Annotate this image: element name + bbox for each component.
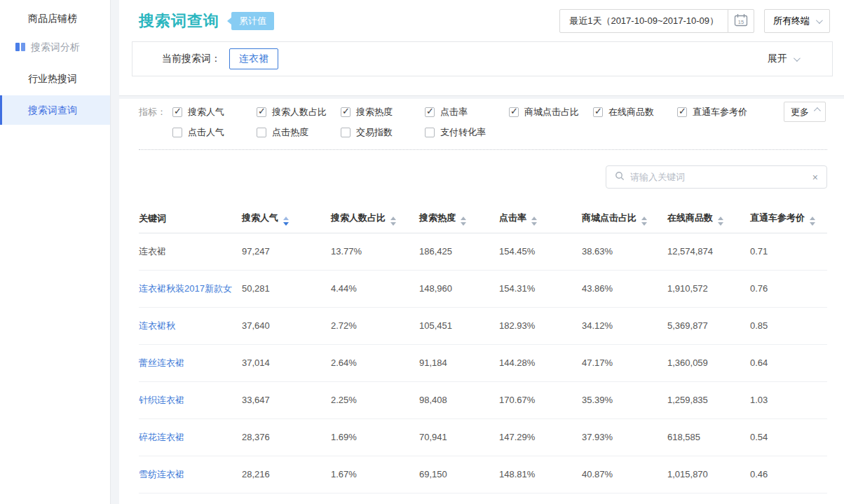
page-title: 搜索词查询 <box>139 11 219 32</box>
cell-search-popularity: 37,014 <box>242 344 331 381</box>
cell-ztc-ref-price: 0.76 <box>750 270 827 307</box>
cell-click-rate: 170.67% <box>499 381 582 418</box>
metrics-row-1: 指标： 搜索人气 搜索人数占比 搜索热度 点击率 商城点击占比 <box>139 106 827 118</box>
cell-search-popularity: 33,647 <box>242 381 331 418</box>
cell-searcher-pct: 1.69% <box>331 418 419 456</box>
metric-checkbox-click-popularity[interactable]: 点击人气 <box>172 126 257 139</box>
cell-searcher-pct: 4.44% <box>331 270 419 307</box>
cell-search-heat: 105,451 <box>419 307 499 344</box>
metric-checkbox-trade-index[interactable]: 交易指数 <box>341 126 425 139</box>
checkbox-icon <box>425 107 435 117</box>
checkbox-icon <box>509 107 519 117</box>
chevron-down-icon <box>794 55 801 62</box>
column-header-ztc-ref-price[interactable]: 直通车参考价 <box>750 205 827 233</box>
cell-mall-click-pct: 43.86% <box>582 270 667 307</box>
checkbox-icon <box>425 128 435 137</box>
column-header-online-items[interactable]: 在线商品数 <box>667 205 750 233</box>
cell-search-heat: 70,941 <box>419 418 499 456</box>
table-row: 针织连衣裙 33,647 2.25% 98,408 170.67% 35.39%… <box>139 381 827 418</box>
metric-checkbox-pay-conversion[interactable]: 支付转化率 <box>425 126 509 139</box>
sort-icon[interactable] <box>718 217 723 226</box>
cell-search-heat: 186,425 <box>419 233 499 270</box>
column-header-mall-click-pct[interactable]: 商城点击占比 <box>582 205 667 233</box>
terminal-select[interactable]: 所有终端 <box>764 9 830 33</box>
keyword-table: 关键词 搜索人气 搜索人数占比 搜索热度 点击率 商城点击占 <box>139 205 827 493</box>
sort-icon[interactable] <box>461 217 466 226</box>
keyword-link[interactable]: 连衣裙秋 <box>139 320 175 331</box>
metrics-row-2: 点击人气 点击热度 交易指数 支付转化率 <box>139 126 827 139</box>
sidebar-item-product-shop-rank[interactable]: 商品店铺榜 <box>0 4 110 32</box>
table-row: 碎花连衣裙 28,376 1.69% 70,941 147.29% 37.93%… <box>139 418 827 456</box>
metric-checkbox-search-heat[interactable]: 搜索热度 <box>341 106 425 118</box>
cell-click-rate: 154.31% <box>499 270 582 307</box>
sidebar: 商品店铺榜 搜索词分析 行业热搜词 搜索词查询 <box>0 0 111 504</box>
metric-checkbox-mall-click-pct[interactable]: 商城点击占比 <box>509 106 593 118</box>
metric-checkbox-online-items[interactable]: 在线商品数 <box>593 106 677 118</box>
cell-click-rate: 148.81% <box>499 456 582 493</box>
current-term-tag[interactable]: 连衣裙 <box>229 48 278 69</box>
chevron-down-icon <box>816 17 823 24</box>
column-header-searcher-pct[interactable]: 搜索人数占比 <box>331 205 419 233</box>
cell-click-rate: 154.45% <box>499 233 582 270</box>
analysis-book-icon <box>15 42 26 54</box>
metric-checkbox-search-popularity[interactable]: 搜索人气 <box>172 106 257 118</box>
sidebar-item-industry-hot-words[interactable]: 行业热搜词 <box>0 64 110 93</box>
checkbox-icon <box>257 128 266 137</box>
cell-mall-click-pct: 47.17% <box>582 344 667 381</box>
metric-checkbox-ztc-ref-price[interactable]: 直通车参考价 <box>677 106 775 118</box>
content-panel: 指标： 搜索人气 搜索人数占比 搜索热度 点击率 商城点击占比 <box>119 99 844 504</box>
cell-online-items: 1,910,572 <box>667 270 750 307</box>
cell-mall-click-pct: 37.93% <box>582 418 667 456</box>
cell-ztc-ref-price: 0.64 <box>750 344 827 381</box>
keyword-link[interactable]: 雪纺连衣裙 <box>139 469 184 479</box>
metric-checkbox-click-heat[interactable]: 点击热度 <box>257 126 341 139</box>
metric-checkbox-click-rate[interactable]: 点击率 <box>425 106 509 118</box>
metric-checkbox-searcher-pct[interactable]: 搜索人数占比 <box>257 106 341 118</box>
sidebar-section-search-word-analysis[interactable]: 搜索词分析 <box>0 34 110 62</box>
cell-mall-click-pct: 38.63% <box>582 233 667 270</box>
checkbox-icon <box>593 107 603 117</box>
keyword-link[interactable]: 蕾丝连衣裙 <box>139 357 184 368</box>
keyword-link[interactable]: 碎花连衣裙 <box>139 432 184 442</box>
dotted-divider <box>139 149 827 150</box>
cell-search-popularity: 97,247 <box>242 233 331 270</box>
current-term-label: 当前搜索词： <box>162 53 221 65</box>
keyword-search-input[interactable] <box>630 172 807 182</box>
cell-searcher-pct: 2.64% <box>331 344 419 381</box>
sort-icon[interactable] <box>810 217 815 226</box>
cell-search-popularity: 28,376 <box>242 418 331 456</box>
more-button[interactable]: 更多 <box>784 102 826 122</box>
cell-mall-click-pct: 35.39% <box>582 381 667 418</box>
date-range-button[interactable]: 最近1天（2017-10-09~2017-10-09） <box>559 9 728 33</box>
column-header-click-rate[interactable]: 点击率 <box>499 205 582 233</box>
cell-search-heat: 91,184 <box>419 344 499 381</box>
clear-icon[interactable]: × <box>812 172 818 182</box>
column-header-search-heat[interactable]: 搜索热度 <box>419 205 499 233</box>
cell-search-heat: 98,408 <box>419 381 499 418</box>
cell-ztc-ref-price: 0.54 <box>750 418 827 456</box>
keyword-link[interactable]: 连衣裙秋装2017新款女 <box>139 283 232 294</box>
sort-icon[interactable] <box>641 217 647 226</box>
column-header-search-popularity[interactable]: 搜索人气 <box>242 205 331 233</box>
cell-search-popularity: 37,640 <box>242 307 331 344</box>
search-icon <box>615 171 625 183</box>
expand-toggle[interactable]: 展开 <box>768 53 798 65</box>
checkbox-icon <box>172 128 182 137</box>
table-row: 连衣裙秋 37,640 2.72% 105,451 182.93% 34.12%… <box>139 307 827 344</box>
checkbox-icon <box>172 107 182 117</box>
title-row: 搜索词查询 累计值 最近1天（2017-10-09~2017-10-09） 15… <box>119 0 844 33</box>
sidebar-item-search-word-query[interactable]: 搜索词查询 <box>0 95 110 125</box>
cell-mall-click-pct: 40.87% <box>582 456 667 493</box>
cell-mall-click-pct: 34.12% <box>582 307 667 344</box>
keyword-link[interactable]: 针织连衣裙 <box>139 395 184 405</box>
keyword-search-box: × <box>606 165 827 189</box>
sort-icon[interactable] <box>531 217 537 226</box>
keyword-cell: 连衣裙 <box>139 246 166 257</box>
table-header-row: 关键词 搜索人气 搜索人数占比 搜索热度 点击率 商城点击占 <box>139 205 827 233</box>
cell-ztc-ref-price: 0.46 <box>750 456 827 493</box>
table-row: 连衣裙 97,247 13.77% 186,425 154.45% 38.63%… <box>139 233 827 270</box>
sort-icon[interactable] <box>390 217 396 226</box>
header-panel: 搜索词查询 累计值 最近1天（2017-10-09~2017-10-09） 15… <box>119 0 844 96</box>
calendar-button[interactable]: 15 <box>728 9 754 33</box>
sort-icon[interactable] <box>283 217 289 226</box>
